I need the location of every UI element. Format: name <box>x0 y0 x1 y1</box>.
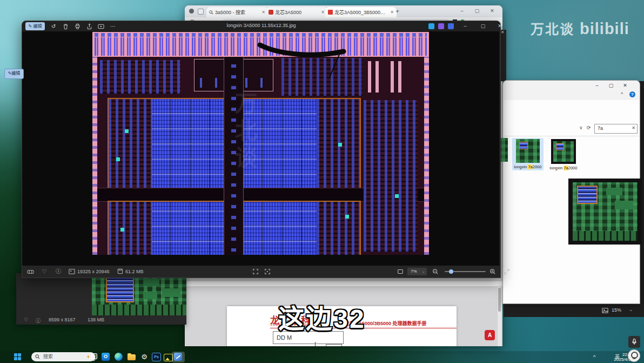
photos-statusbar: ♡ ⓘ 19325 x 20946 61.2 MB 7% ⌄ <box>22 266 500 278</box>
photoshop-icon[interactable]: Ps <box>152 353 161 361</box>
task-view-icon[interactable] <box>89 353 97 361</box>
zoom-level-value: 7% <box>411 269 417 274</box>
picture-icon <box>69 268 75 275</box>
connector-line <box>315 342 316 346</box>
settings-gear-icon[interactable]: ⚙ <box>140 353 149 361</box>
actual-size-icon[interactable] <box>264 268 271 275</box>
file-thumbnail <box>516 139 540 163</box>
file-item[interactable]: longxin 7a2000 <box>548 138 579 171</box>
pdf-icon <box>328 10 333 15</box>
new-tab-button[interactable]: + <box>395 8 399 15</box>
zoom-slider[interactable] <box>445 271 486 272</box>
photo-canvas: 万北谈 <box>22 31 499 266</box>
browser-tab-strip: 3a5000 - 搜索 ✕ 龙芯3A5000 ✕ 龙芯3A5000_3B5000… <box>185 5 502 17</box>
right-photo-window-fragment <box>568 179 642 245</box>
fit-screen-icon[interactable] <box>252 268 259 275</box>
screen-recorder-indicator[interactable]: 60 <box>628 349 640 362</box>
file-item-selected[interactable]: longxin 7a2000 <box>512 138 544 170</box>
edge-icon[interactable] <box>115 353 123 361</box>
tab-close-icon[interactable]: ✕ <box>321 10 325 15</box>
tab-close-icon[interactable]: ✕ <box>261 10 265 15</box>
clear-search-icon[interactable]: ✕ <box>632 126 635 130</box>
profile-avatar[interactable] <box>189 9 194 14</box>
outlook-icon[interactable]: O <box>102 353 110 361</box>
photos-close-button[interactable]: ✕ <box>492 21 508 31</box>
channel-name: 万北谈 <box>531 22 574 37</box>
explorer-maximize-button[interactable]: ▢ <box>605 82 618 89</box>
video-subtitle-overlay: 这边32 <box>0 298 644 335</box>
photos-app-active-icon[interactable] <box>172 352 185 362</box>
file-explorer-icon[interactable] <box>128 354 136 360</box>
info-icon[interactable]: ⓘ <box>55 268 62 275</box>
search-value: 7a <box>598 126 603 131</box>
divider <box>504 136 639 136</box>
file-size: 61.2 MB <box>125 269 144 274</box>
tray-chevron-up[interactable]: ^ <box>593 351 595 363</box>
explorer-close-button[interactable]: ✕ <box>619 82 632 89</box>
ink-annotation <box>92 32 429 255</box>
search-icon <box>209 10 213 15</box>
explorer-minimize-button[interactable]: – <box>591 82 603 89</box>
photos-minimize-button[interactable]: – <box>457 21 473 31</box>
chip-die-photo: 万北谈 <box>92 32 429 255</box>
app-shortcut-icon-1[interactable] <box>428 23 434 29</box>
bilibili-logo: bilibili <box>580 20 629 37</box>
zoom-out-icon[interactable] <box>432 268 439 275</box>
photos-window-main: ✎ 编辑 ↺ ⋯ longxin 3A5000 11.55x12.35.jpg … <box>22 21 501 278</box>
floating-mic-button[interactable] <box>628 336 640 348</box>
storage-icon <box>117 268 123 274</box>
chevron-down-icon: ⌄ <box>421 268 425 275</box>
help-icon[interactable]: ? <box>629 91 635 97</box>
zoom-in-icon[interactable] <box>489 268 497 275</box>
taskbar: 搜索 ✦ O ⚙ Ps ^ 英 22:46 2025/4/10 <box>0 351 644 363</box>
fullscreen-icon[interactable] <box>503 268 511 275</box>
fit-window-icon[interactable] <box>397 268 404 275</box>
zoom-level-select[interactable]: 7% ⌄ <box>407 268 427 275</box>
chevron-down-icon[interactable]: ∨ <box>579 125 583 130</box>
photos-titlebar: ✎ 编辑 ↺ ⋯ longxin 3A5000 11.55x12.35.jpg … <box>22 21 500 31</box>
file-thumbnail <box>551 139 576 164</box>
search-icon <box>35 354 40 359</box>
explorer-search-box[interactable]: 7a ✕ <box>594 124 638 134</box>
chip-photo-green <box>573 182 638 241</box>
floating-edit-button[interactable]: ✎编辑 <box>4 69 24 79</box>
image-dimensions: 19325 x 20946 <box>77 269 110 274</box>
taskbar-search[interactable]: 搜索 ✦ <box>31 352 95 361</box>
chevron-up-icon[interactable]: ^ <box>621 91 623 97</box>
filmstrip-icon[interactable] <box>26 268 34 275</box>
favorite-icon[interactable]: ♡ <box>41 268 48 275</box>
bilibili-watermark: 万北谈bilibili <box>531 18 629 38</box>
baike-icon <box>269 10 273 15</box>
browser-minimize-button[interactable]: – <box>455 5 469 16</box>
pdf-toolbar-strip <box>185 281 502 286</box>
photos-maximize-button[interactable]: ▢ <box>475 21 491 31</box>
browser-maximize-button[interactable]: ▢ <box>470 5 484 16</box>
diagram-small-box <box>326 344 342 346</box>
tab-pdf[interactable]: 龙芯3A5000_3B5000处理器数据… ✕ <box>325 7 397 17</box>
browser-close-button[interactable]: ✕ <box>485 5 499 16</box>
search-placeholder: 搜索 <box>43 354 53 359</box>
app-shortcut-icon-2[interactable] <box>438 23 444 29</box>
tab-baike[interactable]: 龙芯3A5000 ✕ <box>266 7 327 17</box>
start-button[interactable] <box>14 353 22 361</box>
tab-search[interactable]: 3a5000 - 搜索 ✕ <box>206 7 268 17</box>
app-shortcut-icon-3[interactable] <box>448 23 454 29</box>
workspace-icon[interactable] <box>198 9 204 15</box>
zoom-slider-handle[interactable] <box>449 269 453 274</box>
refresh-icon[interactable]: ⟳ <box>587 125 591 130</box>
tab-close-icon[interactable]: ✕ <box>390 10 394 15</box>
